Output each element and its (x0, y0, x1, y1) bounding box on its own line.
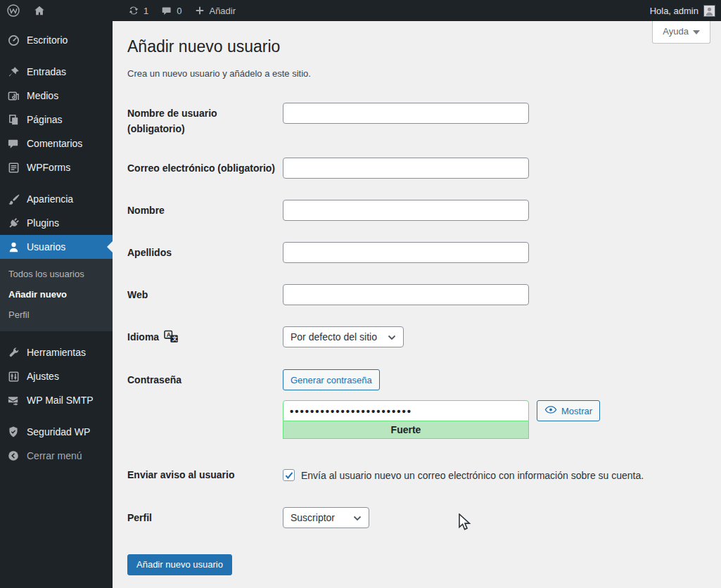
page-title: Añadir nuevo usuario (127, 21, 707, 56)
sidebar-item-paginas[interactable]: Páginas (0, 108, 113, 132)
avatar (703, 5, 715, 17)
svg-text:A: A (167, 331, 171, 338)
add-user-submit-button[interactable]: Añadir nuevo usuario (127, 554, 232, 575)
help-label: Ayuda (663, 26, 689, 37)
email-icon (6, 393, 20, 407)
notification-description: Envía al usuario nuevo un correo electró… (301, 470, 644, 481)
sidebar-item-usuarios[interactable]: Usuarios (0, 235, 113, 259)
help-button[interactable]: Ayuda (652, 21, 710, 44)
chevron-down-icon (353, 512, 362, 523)
sidebar-item-label: Comentarios (27, 138, 82, 149)
sidebar-item-label: WPForms (27, 162, 70, 173)
generate-password-button[interactable]: Generar contraseña (283, 369, 380, 390)
pushpin-icon (6, 65, 20, 79)
settings-icon (6, 369, 20, 383)
notification-label: Enviar aviso al usuario (127, 468, 283, 483)
sidebar-item-label: Entradas (27, 66, 66, 77)
page-subtitle: Crea un nuevo usuario y añádelo a este s… (127, 68, 707, 79)
email-input[interactable] (283, 158, 529, 179)
submit-row: Añadir nuevo usuario (127, 554, 707, 575)
tools-icon (6, 345, 20, 359)
main-content: Ayuda Añadir nuevo usuario Crea un nuevo… (113, 21, 721, 588)
sidebar-item-label: Páginas (27, 114, 63, 125)
username-row: Nombre de usuario (obligatorio) (127, 103, 707, 136)
sidebar-item-label: Ajustes (27, 371, 59, 382)
sidebar-item-label: Apariencia (27, 193, 73, 205)
sidebar-item-label: Cerrar menú (27, 450, 82, 461)
role-selected-value: Suscriptor (291, 512, 335, 523)
sidebar-item-label: Seguridad WP (27, 426, 90, 437)
usuarios-submenu: Todos los usuarios Añadir nuevo Perfil (0, 259, 113, 331)
sidebar-item-plugins[interactable]: Plugins (0, 211, 113, 235)
sidebar-item-entradas[interactable]: Entradas (0, 60, 113, 84)
chevron-down-icon (693, 30, 700, 34)
sidebar-item-wp-mail-smtp[interactable]: WP Mail SMTP (0, 388, 113, 412)
sidebar-item-cerrar-menu[interactable]: Cerrar menú (0, 444, 113, 468)
admin-sidebar: Escritorio Entradas Medios Páginas Comen… (0, 21, 113, 588)
new-content-menu[interactable]: Añadir (188, 0, 242, 21)
sidebar-item-medios[interactable]: Medios (0, 84, 113, 108)
submenu-item-anadir-nuevo[interactable]: Añadir nuevo (0, 284, 113, 305)
appearance-icon (6, 192, 20, 206)
visit-site-link[interactable] (27, 0, 52, 21)
check-icon (285, 470, 293, 481)
sidebar-item-comentarios[interactable]: Comentarios (0, 132, 113, 155)
wordpress-logo-icon (6, 4, 20, 18)
add-label: Añadir (209, 6, 236, 16)
dashboard-icon (6, 33, 20, 47)
my-account-menu[interactable]: Hola, admin (650, 5, 721, 17)
submenu-item-perfil[interactable]: Perfil (0, 305, 113, 325)
sidebar-item-apariencia[interactable]: Apariencia (0, 187, 113, 211)
sidebar-item-herramientas[interactable]: Herramientas (0, 340, 113, 364)
send-notification-checkbox[interactable] (283, 469, 295, 481)
first-name-label: Nombre (127, 200, 283, 221)
comments-icon (6, 136, 20, 151)
sidebar-item-label: WP Mail SMTP (27, 395, 94, 406)
password-row: Contraseña Generar contraseña ••••••••••… (127, 369, 707, 439)
username-label: Nombre de usuario (obligatorio) (127, 103, 283, 136)
sidebar-item-wpforms[interactable]: WPForms (0, 155, 113, 179)
language-select[interactable]: Por defecto del sitio (283, 326, 404, 347)
sidebar-item-label: Plugins (27, 217, 59, 229)
wordpress-logo-menu[interactable] (0, 0, 27, 21)
comments-menu[interactable]: 0 (155, 0, 188, 21)
media-icon (6, 89, 20, 103)
comment-icon (161, 5, 173, 17)
sidebar-item-label: Medios (27, 90, 58, 101)
sidebar-item-ajustes[interactable]: Ajustes (0, 364, 113, 388)
password-strength-indicator: Fuerte (283, 421, 529, 439)
language-selected-value: Por defecto del sitio (291, 331, 377, 343)
sidebar-item-label: Herramientas (27, 347, 86, 358)
role-select[interactable]: Suscriptor (283, 507, 369, 528)
admin-bar: 1 0 Añadir Hola, admin (0, 0, 721, 21)
language-row: IdiomaA文 Por defecto del sitio (127, 326, 707, 348)
email-row: Correo electrónico (obligatorio) (127, 158, 707, 179)
updates-icon (127, 4, 140, 17)
shield-icon (6, 425, 20, 439)
username-input[interactable] (283, 103, 529, 124)
show-password-button[interactable]: Mostrar (537, 400, 600, 421)
password-masked-value: •••••••••••••••••••••••• (290, 405, 412, 417)
chevron-down-icon (388, 331, 396, 343)
email-label: Correo electrónico (obligatorio) (127, 158, 283, 179)
submenu-item-todos-los-usuarios[interactable]: Todos los usuarios (0, 264, 113, 284)
last-name-row: Apellidos (127, 242, 707, 263)
role-label: Perfil (127, 507, 283, 528)
sidebar-item-seguridad-wp[interactable]: Seguridad WP (0, 420, 113, 444)
sidebar-item-escritorio[interactable]: Escritorio (0, 28, 113, 52)
comments-count: 0 (177, 6, 181, 16)
password-input[interactable]: •••••••••••••••••••••••• (283, 400, 529, 421)
home-icon (33, 4, 46, 17)
updates-menu[interactable]: 1 (121, 0, 155, 21)
first-name-input[interactable] (283, 200, 529, 221)
first-name-row: Nombre (127, 200, 707, 221)
plus-icon (194, 5, 205, 16)
translation-icon: A文 (164, 334, 179, 345)
plugin-icon (6, 216, 20, 230)
pages-icon (6, 113, 20, 127)
eye-icon (544, 405, 557, 416)
updates-count: 1 (143, 6, 148, 16)
website-input[interactable] (283, 284, 529, 305)
last-name-input[interactable] (283, 242, 529, 263)
website-row: Web (127, 284, 707, 305)
